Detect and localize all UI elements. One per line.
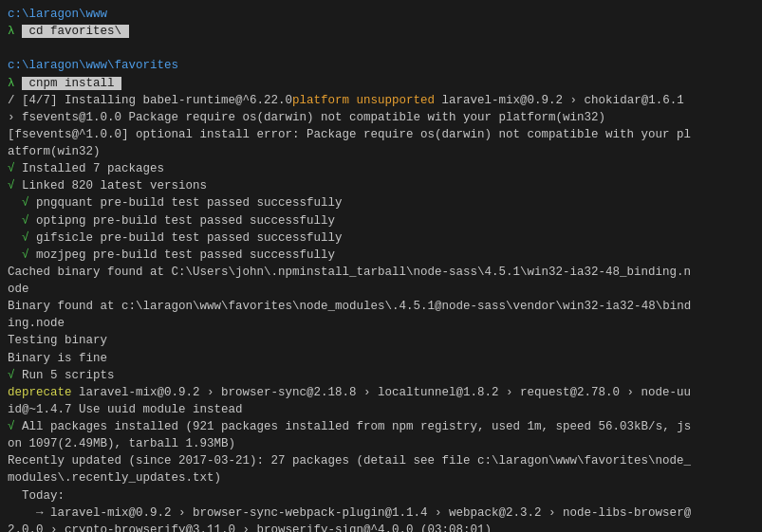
terminal-window: c:\laragon\www λ cd favorites\ c:\larago… xyxy=(0,0,762,532)
today-line-2: 2.0.0 › crypto-browserify@3.11.0 › brows… xyxy=(8,522,754,532)
optipng-test: √ optipng pre-build test passed successf… xyxy=(8,212,754,229)
today-line-1: → laravel-mix@0.9.2 › browser-sync-webpa… xyxy=(8,504,754,522)
binary-fine: Binary is fine xyxy=(8,350,754,367)
deprecate-line-2: id@~1.4.7 Use uuid module instead xyxy=(8,401,754,418)
installed-packages: √ Installed 7 packages xyxy=(8,160,754,177)
deprecate-line: deprecate laravel-mix@0.9.2 › browser-sy… xyxy=(8,384,754,401)
cmd-cd: λ cd favorites\ xyxy=(8,23,754,40)
cached-binary-2: ode xyxy=(8,281,754,298)
testing-binary: Testing binary xyxy=(8,332,754,349)
cmd-cnpm: λ cnpm install xyxy=(8,75,754,92)
linked-versions: √ Linked 820 latest versions xyxy=(8,177,754,194)
fsevents-warn: › fsevents@1.0.0 Package require os(darw… xyxy=(8,109,754,126)
path-line-2: c:\laragon\www\favorites xyxy=(8,57,754,74)
fsevents-optional-2: atform(win32) xyxy=(8,143,754,160)
all-packages-2: on 1097(2.49MB), tarball 1.93MB) xyxy=(8,435,754,452)
binary-found: Binary found at c:\laragon\www\favorites… xyxy=(8,298,754,315)
run-scripts: √ Run 5 scripts xyxy=(8,367,754,384)
gifsicle-test: √ gifsicle pre-build test passed success… xyxy=(8,229,754,247)
pngquant-test: √ pngquant pre-build test passed success… xyxy=(8,194,754,211)
fsevents-optional: [fsevents@^1.0.0] optional install error… xyxy=(8,126,754,143)
recently-updated: Recently updated (since 2017-03-21): 27 … xyxy=(8,452,754,469)
recently-updated-2: modules\.recently_updates.txt) xyxy=(8,469,754,486)
cached-binary: Cached binary found at C:\Users\john\.np… xyxy=(8,264,754,281)
today: Today: xyxy=(8,487,754,504)
blank-1 xyxy=(8,40,754,57)
mozjpeg-test: √ mozjpeg pre-build test passed successf… xyxy=(8,247,754,264)
path-line-1: c:\laragon\www xyxy=(8,6,754,23)
binary-found-2: ing.node xyxy=(8,315,754,332)
install-progress: / [4/7] Installing babel-runtime@^6.22.0… xyxy=(8,92,754,109)
all-packages: √ All packages installed (921 packages i… xyxy=(8,418,754,435)
